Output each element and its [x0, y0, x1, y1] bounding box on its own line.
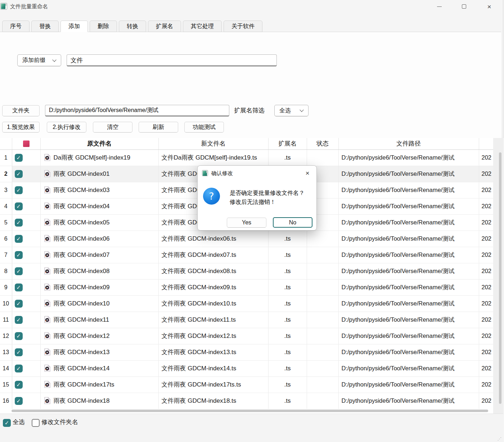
- original-filename: 雨夜 GDCM-index07: [54, 251, 110, 258]
- original-filename: 雨夜 GDCM-index13: [54, 349, 110, 356]
- table-row[interactable]: 15 ✓ 雨夜 GDCM-index17ts 文件雨夜 GDCM-index17…: [0, 376, 493, 393]
- table-row[interactable]: 11 ✓ 雨夜 GDCM-index11 文件雨夜 GDCM-index11.t…: [0, 312, 493, 328]
- resize-grip[interactable]: ⋰: [498, 437, 502, 441]
- minimize-button[interactable]: [431, 0, 447, 13]
- media-file-icon: [44, 365, 50, 372]
- row-checkbox[interactable]: ✓: [15, 316, 23, 324]
- new-filename: 文件Da雨夜 GDCM[self]-index19.ts: [158, 149, 268, 166]
- row-checkbox[interactable]: ✓: [15, 283, 23, 291]
- tab-关于软件[interactable]: 关于软件: [224, 21, 262, 32]
- extension-value: .ts: [268, 344, 307, 360]
- file-path-value: D:/python/pyside6/ToolVerse/Rename/测试: [338, 166, 479, 182]
- new-filename: 文件雨夜 GDCM-index12.ts: [158, 328, 268, 344]
- original-filename: 雨夜 GDCM-index11: [54, 316, 109, 323]
- yes-button[interactable]: Yes: [227, 218, 266, 228]
- status-value: [307, 360, 338, 376]
- tab-删除[interactable]: 删除: [90, 21, 117, 32]
- file-path-value: D:/python/pyside6/ToolVerse/Rename/测试: [338, 263, 479, 279]
- row-number: 1: [0, 149, 12, 166]
- maximize-button[interactable]: [456, 0, 472, 13]
- tab-序号[interactable]: 序号: [2, 21, 30, 32]
- date-value: 202: [479, 312, 493, 328]
- row-checkbox[interactable]: ✓: [15, 202, 23, 210]
- action-button-刷新[interactable]: 刷新: [139, 122, 178, 133]
- status-value: [307, 393, 338, 409]
- action-button-1.预览效果[interactable]: 1.预览效果: [2, 122, 40, 133]
- no-button[interactable]: No: [273, 217, 312, 228]
- header-status: 状态: [307, 138, 338, 149]
- action-button-功能测试[interactable]: 功能测试: [184, 122, 224, 133]
- footer-bar: ✓ 全选 修改文件夹名 ⋰: [0, 414, 503, 442]
- original-filename: 雨夜 GDCM-index05: [54, 219, 110, 226]
- table-row[interactable]: 6 ✓ 雨夜 GDCM-index06 文件雨夜 GDCM-index06.ts…: [0, 231, 493, 247]
- row-checkbox[interactable]: ✓: [15, 332, 23, 340]
- new-filename: 文件雨夜 GDCM-index10.ts: [158, 295, 268, 312]
- table-row[interactable]: 14 ✓ 雨夜 GDCM-index14 文件雨夜 GDCM-index14.t…: [0, 360, 493, 376]
- table-row[interactable]: 10 ✓ 雨夜 GDCM-index10 文件雨夜 GDCM-index10.t…: [0, 295, 493, 312]
- date-value: 202: [479, 376, 493, 393]
- row-checkbox[interactable]: ✓: [15, 381, 23, 389]
- table-row[interactable]: 13 ✓ 雨夜 GDCM-index13 文件雨夜 GDCM-index13.t…: [0, 344, 493, 360]
- tab-扩展名[interactable]: 扩展名: [148, 21, 181, 32]
- row-checkbox[interactable]: ✓: [15, 300, 23, 308]
- extension-value: .ts: [268, 295, 307, 312]
- select-all-label: 全选: [13, 418, 25, 426]
- minimize-icon: [437, 6, 442, 7]
- row-checkbox[interactable]: ✓: [15, 235, 23, 243]
- row-checkbox[interactable]: ✓: [15, 397, 23, 405]
- date-value: 202: [479, 182, 493, 198]
- file-path-value: D:/python/pyside6/ToolVerse/Rename/测试: [338, 247, 479, 263]
- action-button-清空[interactable]: 清空: [93, 122, 132, 133]
- chevron-down-icon: [300, 108, 303, 112]
- rename-folder-label: 修改文件夹名: [41, 418, 78, 426]
- vertical-scrollbar-thumb[interactable]: [499, 152, 501, 404]
- tab-其它处理[interactable]: 其它处理: [183, 21, 222, 32]
- select-all-checkbox[interactable]: ✓: [3, 419, 11, 427]
- close-button[interactable]: ×: [481, 0, 498, 13]
- file-path-value: D:/python/pyside6/ToolVerse/Rename/测试: [338, 295, 479, 312]
- status-value: [307, 376, 338, 393]
- table-row[interactable]: 9 ✓ 雨夜 GDCM-index09 文件雨夜 GDCM-index09.ts…: [0, 279, 493, 295]
- tab-替换[interactable]: 替换: [31, 21, 59, 32]
- row-checkbox[interactable]: ✓: [15, 154, 23, 162]
- table-row[interactable]: 7 ✓ 雨夜 GDCM-index07 文件雨夜 GDCM-index07.ts…: [0, 247, 493, 263]
- folder-button[interactable]: 文件夹: [2, 105, 40, 116]
- file-path-value: D:/python/pyside6/ToolVerse/Rename/测试: [338, 231, 479, 247]
- folder-path-input[interactable]: [45, 105, 229, 116]
- media-file-icon: [44, 202, 50, 210]
- file-path-value: D:/python/pyside6/ToolVerse/Rename/测试: [338, 376, 479, 393]
- status-value: [307, 328, 338, 344]
- row-number: 9: [0, 279, 12, 295]
- table-row[interactable]: 1 ✓ Da雨夜 GDCM[self]-index19 文件Da雨夜 GDCM[…: [0, 149, 493, 166]
- rename-folder-checkbox[interactable]: [32, 419, 40, 427]
- extension-filter-select[interactable]: 全选: [274, 105, 309, 116]
- date-value: 202: [479, 166, 493, 182]
- row-checkbox[interactable]: ✓: [15, 348, 23, 356]
- table-row[interactable]: 12 ✓ 雨夜 GDCM-index12 文件雨夜 GDCM-index12.t…: [0, 328, 493, 344]
- row-checkbox[interactable]: ✓: [15, 267, 23, 275]
- row-checkbox[interactable]: ✓: [15, 251, 23, 259]
- horizontal-scrollbar-thumb[interactable]: [12, 410, 488, 412]
- table-row[interactable]: 8 ✓ 雨夜 GDCM-index08 文件雨夜 GDCM-index08.ts…: [0, 263, 493, 279]
- row-number: 6: [0, 231, 12, 247]
- select-all-header-checkbox[interactable]: [23, 140, 30, 147]
- extension-value: .ts: [268, 149, 307, 166]
- row-number: 15: [0, 376, 12, 393]
- action-bar: 1.预览效果2.执行修改清空刷新功能测试: [2, 122, 224, 133]
- row-checkbox[interactable]: ✓: [15, 219, 23, 227]
- dialog-close-button[interactable]: ×: [301, 167, 314, 179]
- original-filename: 雨夜 GDCM-index01: [54, 170, 110, 177]
- add-mode-select[interactable]: 添加前缀: [17, 54, 61, 66]
- vertical-scrollbar-track: [493, 138, 503, 414]
- row-checkbox[interactable]: ✓: [15, 186, 23, 194]
- row-checkbox[interactable]: ✓: [15, 170, 23, 178]
- new-filename: 文件雨夜 GDCM-index11.ts: [158, 312, 268, 328]
- table-row[interactable]: 16 ✓ 雨夜 GDCM-index18 文件雨夜 GDCM-index18.t…: [0, 393, 493, 409]
- row-checkbox[interactable]: ✓: [15, 365, 23, 372]
- tab-转换[interactable]: 转换: [119, 21, 146, 32]
- action-button-2.执行修改[interactable]: 2.执行修改: [47, 122, 86, 133]
- row-number: 8: [0, 263, 12, 279]
- date-value: 202: [479, 198, 493, 214]
- prefix-input[interactable]: [67, 54, 277, 66]
- tab-添加[interactable]: 添加: [60, 21, 88, 32]
